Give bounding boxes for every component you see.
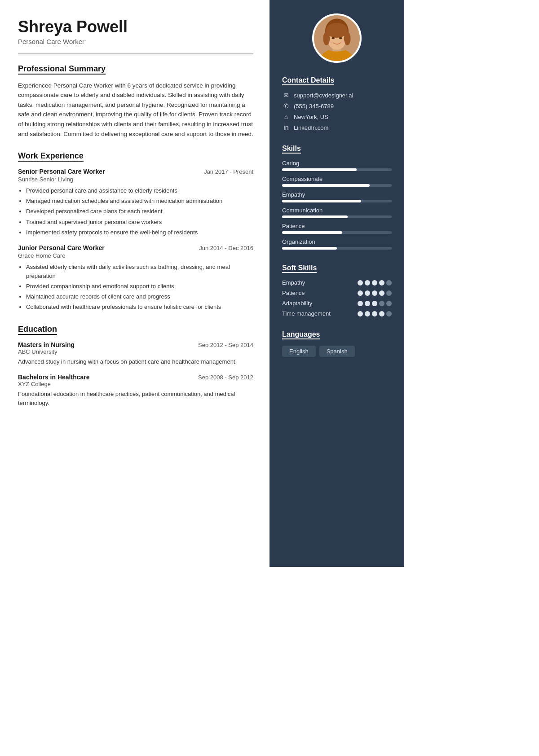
job-1-title: Senior Personal Care Worker	[18, 168, 105, 175]
email-icon: ✉	[282, 92, 290, 99]
dot	[358, 290, 363, 296]
job-2-bullets: Assisted elderly clients with daily acti…	[26, 263, 253, 312]
name-section: Shreya Powell Personal Care Worker	[18, 18, 253, 45]
skill-label: Organization	[282, 238, 392, 245]
soft-skill-label: Patience	[282, 290, 305, 296]
soft-skill-item: Time management	[282, 310, 392, 317]
dot	[372, 311, 377, 316]
dot	[372, 301, 377, 306]
summary-text: Experienced Personal Care Worker with 6 …	[18, 81, 253, 139]
skill-bar-bg	[282, 184, 392, 187]
dot	[365, 280, 370, 286]
edu-2-school: XYZ College	[18, 381, 253, 387]
dot	[372, 290, 377, 296]
svg-point-5	[323, 32, 330, 45]
skills-section: Skills Caring Compassionate Empathy Comm…	[270, 145, 404, 254]
soft-skills-title: Soft Skills	[282, 264, 317, 273]
skill-bar-fill	[282, 215, 348, 218]
skill-bar-fill	[282, 200, 361, 202]
linkedin-value: LinkedIn.com	[294, 124, 328, 131]
soft-skills-section: Soft Skills Empathy Patience Adaptabili	[270, 264, 404, 321]
contact-title: Contact Details	[282, 76, 334, 85]
left-column: Shreya Powell Personal Care Worker Profe…	[0, 0, 270, 567]
skill-bar-bg	[282, 215, 392, 218]
location-value: NewYork, US	[294, 114, 328, 120]
dot	[386, 301, 392, 306]
dot	[386, 280, 392, 286]
dot	[379, 301, 384, 306]
summary-title: Professional Summary	[18, 64, 106, 75]
contact-email: ✉ support@cvdesigner.ai	[282, 92, 392, 99]
contact-location: ⌂ NewYork, US	[282, 113, 392, 120]
bullet: Provided personal care and assistance to…	[26, 186, 253, 195]
skill-label: Communication	[282, 207, 392, 214]
soft-skill-label: Empathy	[282, 279, 305, 286]
skill-bar-fill	[282, 184, 370, 187]
skill-bar-bg	[282, 231, 392, 234]
dot	[358, 311, 363, 316]
edu-1-date: Sep 2012 - Sep 2014	[198, 342, 253, 348]
bullet: Developed personalized care plans for ea…	[26, 207, 253, 216]
job-2-company: Grace Home Care	[18, 252, 253, 259]
job-1-date: Jan 2017 - Present	[204, 168, 253, 175]
skill-bar-bg	[282, 247, 392, 250]
dot	[386, 290, 392, 296]
skill-label: Compassionate	[282, 176, 392, 182]
edu-1-school: ABC University	[18, 348, 253, 355]
soft-skill-item: Empathy	[282, 279, 392, 286]
dot	[372, 280, 377, 286]
edu-1: Masters in Nursing Sep 2012 - Sep 2014 A…	[18, 341, 253, 366]
dot	[358, 301, 363, 306]
skills-title: Skills	[282, 145, 301, 154]
svg-point-6	[344, 32, 351, 45]
job-2-title: Junior Personal Care Worker	[18, 244, 105, 251]
bullet: Maintained accurate records of client ca…	[26, 292, 253, 301]
summary-section: Professional Summary Experienced Persona…	[18, 64, 253, 139]
bullet: Provided companionship and emotional sup…	[26, 282, 253, 291]
edu-2-degree: Bachelors in Healthcare	[18, 374, 90, 381]
location-icon: ⌂	[282, 113, 290, 120]
job-2: Junior Personal Care Worker Jun 2014 - D…	[18, 244, 253, 312]
bullet: Implemented safety protocols to ensure t…	[26, 228, 253, 237]
skill-item: Compassionate	[282, 176, 392, 187]
svg-point-8	[339, 37, 342, 40]
dot	[365, 311, 370, 316]
dot	[365, 301, 370, 306]
language-badges: English Spanish	[282, 346, 392, 357]
bullet: Collaborated with healthcare professiona…	[26, 303, 253, 312]
edu-2-desc: Foundational education in healthcare pra…	[18, 390, 253, 408]
right-column: Contact Details ✉ support@cvdesigner.ai …	[270, 0, 404, 567]
skill-label: Patience	[282, 223, 392, 229]
education-title: Education	[18, 325, 57, 335]
job-1-bullets: Provided personal care and assistance to…	[26, 186, 253, 237]
skill-label: Caring	[282, 160, 392, 167]
avatar	[312, 13, 362, 63]
candidate-title: Personal Care Worker	[18, 38, 253, 45]
soft-skill-item: Adaptability	[282, 300, 392, 307]
candidate-name: Shreya Powell	[18, 18, 253, 36]
skill-item: Empathy	[282, 191, 392, 202]
dot	[379, 290, 384, 296]
dot	[379, 280, 384, 286]
contact-linkedin: in LinkedIn.com	[282, 124, 392, 131]
soft-skill-label: Adaptability	[282, 300, 312, 307]
header-divider	[18, 53, 253, 54]
contact-phone: ✆ (555) 345-6789	[282, 102, 392, 110]
contact-section: Contact Details ✉ support@cvdesigner.ai …	[270, 76, 404, 135]
linkedin-icon: in	[282, 124, 290, 131]
skill-bar-bg	[282, 200, 392, 202]
phone-value: (555) 345-6789	[294, 103, 334, 110]
work-experience-title: Work Experience	[18, 151, 84, 162]
edu-2: Bachelors in Healthcare Sep 2008 - Sep 2…	[18, 374, 253, 408]
email-value: support@cvdesigner.ai	[294, 92, 353, 99]
job-2-date: Jun 2014 - Dec 2016	[199, 245, 253, 251]
svg-point-7	[331, 37, 334, 40]
bullet: Managed medication schedules and assiste…	[26, 197, 253, 206]
dot	[358, 280, 363, 286]
skill-item: Patience	[282, 223, 392, 234]
svg-point-10	[341, 41, 345, 44]
dots	[358, 311, 392, 316]
skill-bar-bg	[282, 168, 392, 171]
soft-skill-item: Patience	[282, 290, 392, 296]
job-1-company: Sunrise Senior Living	[18, 176, 253, 183]
